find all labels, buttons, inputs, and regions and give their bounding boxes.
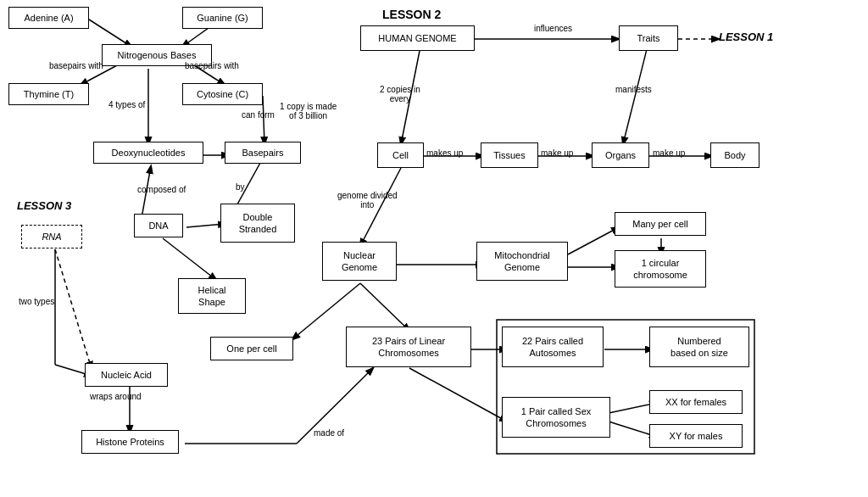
genome-divided-label: genome divided into <box>337 191 398 209</box>
one-per-cell-node: One per cell <box>210 337 293 360</box>
xx-females-node: XX for females <box>649 390 743 414</box>
svg-line-7 <box>263 96 264 144</box>
sex-chromosomes-node: 1 Pair called Sex Chromosomes <box>502 397 610 438</box>
2copies-label: 2 copies in every <box>380 85 420 103</box>
numbered-size-node: Numbered based on size <box>649 327 749 367</box>
make-up-1-label: make up <box>541 148 573 158</box>
svg-line-17 <box>360 283 409 331</box>
svg-line-19 <box>568 227 619 254</box>
nuclear-genome-node: Nuclear Genome <box>322 242 397 281</box>
mito-genome-node: Mitochondrial Genome <box>476 242 568 281</box>
svg-line-2 <box>89 20 131 47</box>
pairs-autosomes-node: 22 Pairs called Autosomes <box>502 327 604 367</box>
histone-proteins-node: Histone Proteins <box>81 430 179 454</box>
4types-label: 4 types of <box>108 100 145 109</box>
tissues-node: Tissues <box>481 142 538 168</box>
composed-of-label: composed of <box>137 185 186 194</box>
rna-node: RNA <box>21 225 82 248</box>
basepairs-with-2-label: basepairs with <box>185 61 239 70</box>
lesson3-label: LESSON 3 <box>17 199 71 212</box>
nucleic-acid-node: Nucleic Acid <box>85 363 168 387</box>
svg-line-25 <box>409 368 507 422</box>
makes-up-label: makes up <box>426 148 463 158</box>
basepairs-node: Basepairs <box>225 142 301 164</box>
traits-node: Traits <box>619 25 678 51</box>
many-per-cell-node: Many per cell <box>615 212 706 236</box>
guanine-node: Guanine (G) <box>182 7 263 29</box>
manifests-label: manifests <box>615 85 652 94</box>
concept-map: LESSON 2 HUMAN GENOME LESSON 1 influence… <box>0 0 868 497</box>
basepairs-with-1-label: basepairs with <box>49 61 103 70</box>
thymine-node: Thymine (T) <box>8 83 89 105</box>
1copy-label: 1 copy is made of 3 billion <box>280 102 337 120</box>
can-form-label: can form <box>242 110 275 120</box>
by-label: by <box>236 182 245 192</box>
make-up-2-label: make up <box>653 148 685 158</box>
human-genome-node: HUMAN GENOME <box>360 25 475 51</box>
two-types-label: two types <box>19 297 54 306</box>
one-circular-node: 1 circular chromosome <box>615 250 706 288</box>
organs-node: Organs <box>592 142 649 168</box>
deoxynucleotides-node: Deoxynucleotides <box>93 142 203 164</box>
dna-node: DNA <box>134 214 183 237</box>
svg-line-28 <box>55 249 92 369</box>
cytosine-node: Cytosine (C) <box>182 83 263 105</box>
influences-label: influences <box>534 24 572 33</box>
body-node: Body <box>710 142 760 168</box>
wraps-around-label: wraps around <box>90 392 142 401</box>
helical-shape-node: Helical Shape <box>178 278 246 314</box>
made-of-label: made of <box>314 428 344 438</box>
svg-line-15 <box>163 238 216 280</box>
pairs-linear-node: 23 Pairs of Linear Chromosomes <box>346 327 471 367</box>
arrows-svg <box>0 0 868 497</box>
double-stranded-node: Double Stranded <box>220 204 295 243</box>
lesson2-title: LESSON 2 <box>377 4 446 25</box>
cell-node: Cell <box>377 142 424 168</box>
adenine-node: Adenine (A) <box>8 7 89 29</box>
xy-males-node: XY for males <box>649 424 743 448</box>
lesson1-label: LESSON 1 <box>719 31 773 43</box>
